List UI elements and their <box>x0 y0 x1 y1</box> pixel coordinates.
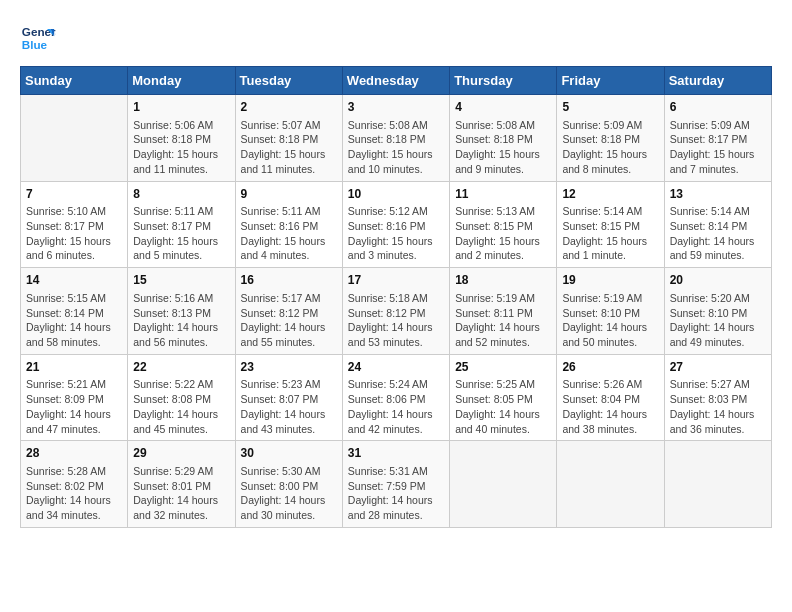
day-number: 23 <box>241 359 337 376</box>
day-info: Sunrise: 5:08 AMSunset: 8:18 PMDaylight:… <box>455 118 551 177</box>
calendar-cell: 12Sunrise: 5:14 AMSunset: 8:15 PMDayligh… <box>557 181 664 268</box>
day-info: Sunrise: 5:19 AMSunset: 8:11 PMDaylight:… <box>455 291 551 350</box>
calendar-cell: 21Sunrise: 5:21 AMSunset: 8:09 PMDayligh… <box>21 354 128 441</box>
day-number: 5 <box>562 99 658 116</box>
day-info: Sunrise: 5:24 AMSunset: 8:06 PMDaylight:… <box>348 377 444 436</box>
day-number: 14 <box>26 272 122 289</box>
calendar-body: 1Sunrise: 5:06 AMSunset: 8:18 PMDaylight… <box>21 95 772 528</box>
week-row-4: 21Sunrise: 5:21 AMSunset: 8:09 PMDayligh… <box>21 354 772 441</box>
day-info: Sunrise: 5:29 AMSunset: 8:01 PMDaylight:… <box>133 464 229 523</box>
day-info: Sunrise: 5:06 AMSunset: 8:18 PMDaylight:… <box>133 118 229 177</box>
calendar-cell: 16Sunrise: 5:17 AMSunset: 8:12 PMDayligh… <box>235 268 342 355</box>
calendar-cell: 7Sunrise: 5:10 AMSunset: 8:17 PMDaylight… <box>21 181 128 268</box>
calendar-cell: 6Sunrise: 5:09 AMSunset: 8:17 PMDaylight… <box>664 95 771 182</box>
calendar-cell: 18Sunrise: 5:19 AMSunset: 8:11 PMDayligh… <box>450 268 557 355</box>
day-number: 30 <box>241 445 337 462</box>
calendar-cell <box>21 95 128 182</box>
day-number: 24 <box>348 359 444 376</box>
calendar-cell: 9Sunrise: 5:11 AMSunset: 8:16 PMDaylight… <box>235 181 342 268</box>
day-number: 21 <box>26 359 122 376</box>
calendar-cell: 13Sunrise: 5:14 AMSunset: 8:14 PMDayligh… <box>664 181 771 268</box>
day-number: 8 <box>133 186 229 203</box>
day-info: Sunrise: 5:15 AMSunset: 8:14 PMDaylight:… <box>26 291 122 350</box>
day-info: Sunrise: 5:08 AMSunset: 8:18 PMDaylight:… <box>348 118 444 177</box>
week-row-3: 14Sunrise: 5:15 AMSunset: 8:14 PMDayligh… <box>21 268 772 355</box>
calendar-cell: 27Sunrise: 5:27 AMSunset: 8:03 PMDayligh… <box>664 354 771 441</box>
day-number: 10 <box>348 186 444 203</box>
calendar-cell: 4Sunrise: 5:08 AMSunset: 8:18 PMDaylight… <box>450 95 557 182</box>
day-number: 22 <box>133 359 229 376</box>
calendar-cell: 15Sunrise: 5:16 AMSunset: 8:13 PMDayligh… <box>128 268 235 355</box>
weekday-header-row: SundayMondayTuesdayWednesdayThursdayFrid… <box>21 67 772 95</box>
weekday-saturday: Saturday <box>664 67 771 95</box>
day-info: Sunrise: 5:09 AMSunset: 8:18 PMDaylight:… <box>562 118 658 177</box>
day-number: 19 <box>562 272 658 289</box>
week-row-2: 7Sunrise: 5:10 AMSunset: 8:17 PMDaylight… <box>21 181 772 268</box>
day-info: Sunrise: 5:17 AMSunset: 8:12 PMDaylight:… <box>241 291 337 350</box>
day-number: 1 <box>133 99 229 116</box>
calendar-cell: 20Sunrise: 5:20 AMSunset: 8:10 PMDayligh… <box>664 268 771 355</box>
week-row-5: 28Sunrise: 5:28 AMSunset: 8:02 PMDayligh… <box>21 441 772 528</box>
calendar-cell: 22Sunrise: 5:22 AMSunset: 8:08 PMDayligh… <box>128 354 235 441</box>
day-info: Sunrise: 5:20 AMSunset: 8:10 PMDaylight:… <box>670 291 766 350</box>
logo: General Blue <box>20 20 56 56</box>
calendar-cell: 23Sunrise: 5:23 AMSunset: 8:07 PMDayligh… <box>235 354 342 441</box>
day-info: Sunrise: 5:25 AMSunset: 8:05 PMDaylight:… <box>455 377 551 436</box>
svg-text:Blue: Blue <box>22 38 48 51</box>
calendar-cell <box>664 441 771 528</box>
calendar-cell: 8Sunrise: 5:11 AMSunset: 8:17 PMDaylight… <box>128 181 235 268</box>
day-info: Sunrise: 5:23 AMSunset: 8:07 PMDaylight:… <box>241 377 337 436</box>
weekday-wednesday: Wednesday <box>342 67 449 95</box>
day-number: 17 <box>348 272 444 289</box>
day-info: Sunrise: 5:18 AMSunset: 8:12 PMDaylight:… <box>348 291 444 350</box>
day-number: 31 <box>348 445 444 462</box>
calendar-cell: 19Sunrise: 5:19 AMSunset: 8:10 PMDayligh… <box>557 268 664 355</box>
weekday-friday: Friday <box>557 67 664 95</box>
day-number: 15 <box>133 272 229 289</box>
weekday-thursday: Thursday <box>450 67 557 95</box>
calendar-cell: 31Sunrise: 5:31 AMSunset: 7:59 PMDayligh… <box>342 441 449 528</box>
calendar-cell: 24Sunrise: 5:24 AMSunset: 8:06 PMDayligh… <box>342 354 449 441</box>
day-info: Sunrise: 5:27 AMSunset: 8:03 PMDaylight:… <box>670 377 766 436</box>
header: General Blue <box>20 20 772 56</box>
calendar-cell <box>557 441 664 528</box>
day-info: Sunrise: 5:09 AMSunset: 8:17 PMDaylight:… <box>670 118 766 177</box>
calendar-cell: 10Sunrise: 5:12 AMSunset: 8:16 PMDayligh… <box>342 181 449 268</box>
day-number: 20 <box>670 272 766 289</box>
day-info: Sunrise: 5:14 AMSunset: 8:15 PMDaylight:… <box>562 204 658 263</box>
logo-icon: General Blue <box>20 20 56 56</box>
weekday-sunday: Sunday <box>21 67 128 95</box>
day-number: 9 <box>241 186 337 203</box>
day-info: Sunrise: 5:12 AMSunset: 8:16 PMDaylight:… <box>348 204 444 263</box>
day-info: Sunrise: 5:10 AMSunset: 8:17 PMDaylight:… <box>26 204 122 263</box>
day-number: 27 <box>670 359 766 376</box>
calendar-cell: 30Sunrise: 5:30 AMSunset: 8:00 PMDayligh… <box>235 441 342 528</box>
calendar-cell: 17Sunrise: 5:18 AMSunset: 8:12 PMDayligh… <box>342 268 449 355</box>
weekday-tuesday: Tuesday <box>235 67 342 95</box>
day-info: Sunrise: 5:30 AMSunset: 8:00 PMDaylight:… <box>241 464 337 523</box>
day-info: Sunrise: 5:19 AMSunset: 8:10 PMDaylight:… <box>562 291 658 350</box>
weekday-monday: Monday <box>128 67 235 95</box>
calendar-cell: 11Sunrise: 5:13 AMSunset: 8:15 PMDayligh… <box>450 181 557 268</box>
day-number: 3 <box>348 99 444 116</box>
day-info: Sunrise: 5:11 AMSunset: 8:17 PMDaylight:… <box>133 204 229 263</box>
day-number: 26 <box>562 359 658 376</box>
day-info: Sunrise: 5:13 AMSunset: 8:15 PMDaylight:… <box>455 204 551 263</box>
calendar-cell: 14Sunrise: 5:15 AMSunset: 8:14 PMDayligh… <box>21 268 128 355</box>
day-number: 18 <box>455 272 551 289</box>
day-number: 29 <box>133 445 229 462</box>
day-number: 25 <box>455 359 551 376</box>
calendar-cell: 5Sunrise: 5:09 AMSunset: 8:18 PMDaylight… <box>557 95 664 182</box>
day-info: Sunrise: 5:26 AMSunset: 8:04 PMDaylight:… <box>562 377 658 436</box>
day-info: Sunrise: 5:21 AMSunset: 8:09 PMDaylight:… <box>26 377 122 436</box>
day-info: Sunrise: 5:28 AMSunset: 8:02 PMDaylight:… <box>26 464 122 523</box>
day-number: 4 <box>455 99 551 116</box>
day-number: 6 <box>670 99 766 116</box>
day-info: Sunrise: 5:11 AMSunset: 8:16 PMDaylight:… <box>241 204 337 263</box>
calendar-cell: 2Sunrise: 5:07 AMSunset: 8:18 PMDaylight… <box>235 95 342 182</box>
day-info: Sunrise: 5:31 AMSunset: 7:59 PMDaylight:… <box>348 464 444 523</box>
day-number: 28 <box>26 445 122 462</box>
calendar-cell: 25Sunrise: 5:25 AMSunset: 8:05 PMDayligh… <box>450 354 557 441</box>
calendar-cell <box>450 441 557 528</box>
day-info: Sunrise: 5:14 AMSunset: 8:14 PMDaylight:… <box>670 204 766 263</box>
